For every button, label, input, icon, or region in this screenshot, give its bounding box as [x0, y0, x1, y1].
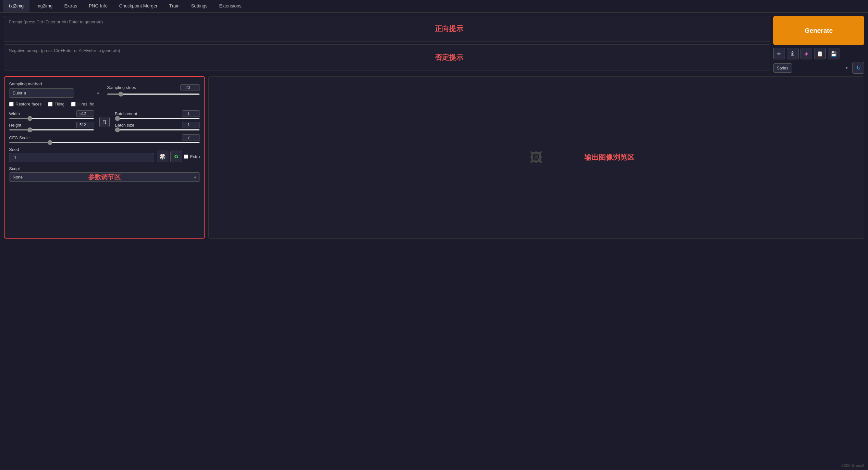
- restore-faces-checkbox[interactable]: Restore faces: [9, 101, 41, 107]
- batch-size-slider[interactable]: [115, 129, 200, 130]
- swap-btn-col: ⇅: [99, 110, 110, 127]
- tab-txt2img[interactable]: txt2img: [3, 0, 30, 12]
- dice-icon: 🎲: [159, 153, 166, 160]
- recycle-icon: ♻: [174, 153, 179, 160]
- height-slider[interactable]: [9, 129, 94, 130]
- width-slider[interactable]: [9, 118, 94, 119]
- toolbar-row: ✏ 🗑 ◈ 📋 💾: [773, 48, 864, 59]
- positive-prompt-box[interactable]: Prompt (press Ctrl+Enter or Alt+Enter to…: [4, 16, 770, 42]
- left-dims: Width Height: [9, 110, 94, 130]
- tab-settings[interactable]: Settings: [185, 0, 214, 12]
- batch-count-slider[interactable]: [115, 118, 200, 119]
- tab-extensions[interactable]: Extensions: [214, 0, 247, 12]
- main-content: Prompt (press Ctrl+Enter or Alt+Enter to…: [0, 13, 868, 242]
- top-row: Prompt (press Ctrl+Enter or Alt+Enter to…: [4, 16, 864, 74]
- clipboard-icon: 📋: [817, 51, 823, 57]
- seed-group: Seed: [9, 147, 154, 162]
- positive-prompt-label-cn: 正向提示: [435, 24, 463, 34]
- negative-prompt-placeholder: Negative prompt (press Ctrl+Enter or Alt…: [9, 48, 120, 53]
- generate-button[interactable]: Generate: [773, 16, 864, 45]
- sampling-steps-value[interactable]: [180, 84, 200, 91]
- dimensions-batch-row: Width Height: [9, 110, 200, 130]
- width-label: Width: [9, 111, 20, 116]
- tab-png-info[interactable]: PNG Info: [83, 0, 114, 12]
- save-icon: 💾: [830, 51, 837, 57]
- pencil-icon: ✏: [777, 51, 781, 57]
- image-placeholder-icon: 🖼: [530, 150, 543, 165]
- batch-count-label: Batch count: [115, 111, 137, 116]
- swap-dimensions-button[interactable]: ⇅: [99, 117, 110, 127]
- restore-faces-input[interactable]: [9, 102, 13, 107]
- styles-dropdown-wrapper: Styles: [773, 63, 850, 73]
- style-button[interactable]: ◈: [801, 48, 812, 59]
- tiling-label: Tiling: [55, 101, 65, 107]
- batch-size-label: Batch size: [115, 123, 134, 127]
- tab-img2img[interactable]: img2img: [30, 0, 58, 12]
- cfg-scale-slider[interactable]: [9, 142, 200, 143]
- pencil-button[interactable]: ✏: [773, 48, 785, 59]
- restore-faces-label: Restore faces: [16, 101, 41, 107]
- cfg-scale-group: CFG Scale: [9, 135, 200, 143]
- batch-size-group: Batch size: [115, 122, 200, 130]
- checkboxes-row: Restore faces Tiling Hires. fix: [9, 101, 200, 107]
- hires-fix-label: Hires. fix: [78, 101, 94, 107]
- watermark: CSDN @jianai5: [841, 464, 864, 467]
- hires-fix-input[interactable]: [71, 102, 75, 107]
- width-group: Width: [9, 110, 94, 119]
- swap-icon: ⇅: [102, 119, 107, 125]
- seed-row: Seed 🎲 ♻ Extra: [9, 147, 200, 162]
- extra-checkbox[interactable]: Extra: [184, 154, 200, 159]
- tiling-input[interactable]: [48, 102, 53, 107]
- generate-panel: Generate ✏ 🗑 ◈ 📋 💾: [773, 16, 864, 74]
- sampling-steps-group: Sampling steps: [107, 84, 200, 95]
- seed-input[interactable]: [9, 153, 154, 162]
- refresh-icon: ↻: [856, 65, 861, 71]
- seed-label: Seed: [9, 147, 154, 152]
- positive-prompt-placeholder: Prompt (press Ctrl+Enter or Alt+Enter to…: [9, 20, 103, 24]
- tab-extras[interactable]: Extras: [58, 0, 83, 12]
- height-group: Height: [9, 122, 94, 130]
- batch-count-group: Batch count: [115, 110, 200, 119]
- tab-bar: txt2img img2img Extras PNG Info Checkpoi…: [0, 0, 868, 13]
- sampling-steps-label: Sampling steps: [107, 85, 136, 90]
- right-batch: Batch count Batch size: [115, 110, 200, 130]
- height-label: Height: [9, 123, 22, 127]
- negative-prompt-label-cn: 否定提示: [435, 53, 463, 62]
- seed-recycle-button[interactable]: ♻: [170, 151, 182, 162]
- sampling-method-label: Sampling method: [9, 82, 102, 86]
- prompts-area: Prompt (press Ctrl+Enter or Alt+Enter to…: [4, 16, 770, 70]
- style-icon: ◈: [804, 51, 808, 57]
- extra-label: Extra: [190, 154, 200, 159]
- seed-actions: 🎲 ♻ Extra: [157, 151, 200, 162]
- sampling-method-select[interactable]: Euler a: [9, 88, 74, 98]
- middle-row: Sampling method Euler a Sampling steps: [4, 76, 864, 239]
- sampling-method-group: Sampling method Euler a: [9, 82, 102, 98]
- seed-random-button[interactable]: 🎲: [157, 151, 168, 162]
- styles-row: Styles ↻: [773, 62, 864, 74]
- script-group: Script None 参数调节区: [9, 166, 200, 182]
- output-label-cn: 输出图像浏览区: [584, 152, 634, 162]
- trash-button[interactable]: 🗑: [787, 48, 799, 59]
- negative-prompt-box[interactable]: Negative prompt (press Ctrl+Enter or Alt…: [4, 45, 770, 70]
- tiling-checkbox[interactable]: Tiling: [48, 101, 65, 107]
- styles-refresh-button[interactable]: ↻: [852, 62, 864, 74]
- tab-checkpoint-merger[interactable]: Checkpoint Merger: [113, 0, 163, 12]
- sampling-method-wrapper: Euler a: [9, 88, 102, 98]
- hires-fix-checkbox[interactable]: Hires. fix: [71, 101, 94, 107]
- clipboard-button[interactable]: 📋: [814, 48, 826, 59]
- script-value: None: [13, 175, 190, 179]
- cfg-scale-label: CFG Scale: [9, 135, 30, 140]
- image-output: 🖼 输出图像浏览区: [208, 76, 864, 239]
- styles-select[interactable]: Styles: [773, 63, 792, 73]
- tab-train[interactable]: Train: [163, 0, 185, 12]
- trash-icon: 🗑: [790, 51, 795, 57]
- params-section: Sampling method Euler a Sampling steps: [4, 76, 205, 239]
- sampling-row: Sampling method Euler a Sampling steps: [9, 82, 200, 98]
- script-label: Script: [9, 166, 200, 171]
- save-button[interactable]: 💾: [828, 48, 839, 59]
- extra-checkbox-input[interactable]: [184, 154, 188, 159]
- sampling-steps-slider[interactable]: [107, 93, 200, 95]
- script-row-wrapper: None 参数调节区: [9, 172, 200, 182]
